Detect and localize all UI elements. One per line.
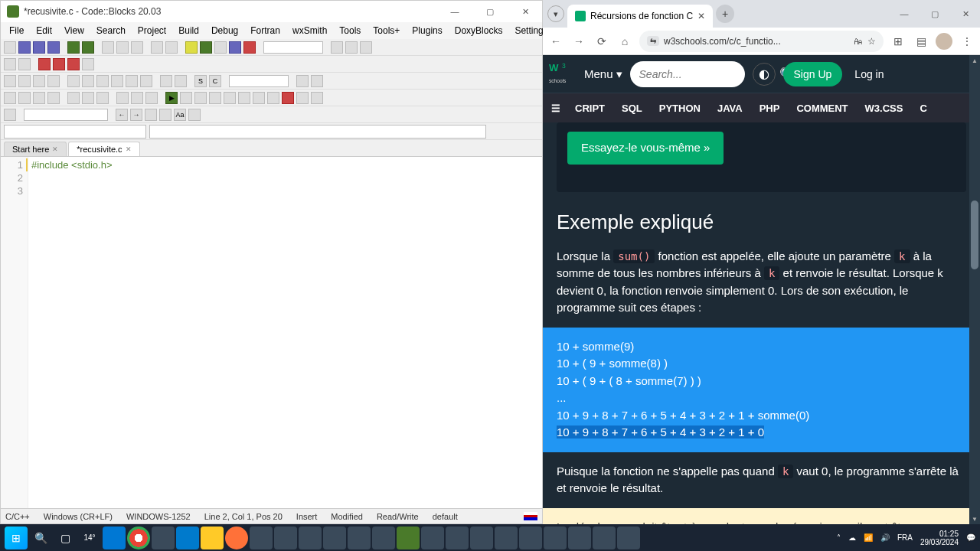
- taskbar-edge-icon[interactable]: [103, 527, 126, 549]
- tray-language-icon[interactable]: FRA: [897, 533, 913, 542]
- find-icon[interactable]: [151, 41, 163, 54]
- w3-search[interactable]: 🔍: [630, 61, 745, 87]
- break-icon[interactable]: [267, 92, 279, 104]
- tb5-next-icon[interactable]: →: [130, 109, 142, 121]
- nav-javascript[interactable]: CRIPT: [567, 95, 612, 122]
- nav-back-icon[interactable]: [4, 58, 16, 70]
- address-bar[interactable]: ⇆ w3schools.com/c/c_functio... 🗛 ☆: [639, 31, 884, 52]
- function-dropdown[interactable]: [149, 125, 486, 139]
- nav-c[interactable]: C: [912, 95, 934, 122]
- dbg-9-icon[interactable]: [131, 92, 143, 104]
- step-out-icon[interactable]: [224, 92, 236, 104]
- nav-php[interactable]: PHP: [752, 95, 788, 122]
- weather-widget[interactable]: 14°: [78, 527, 101, 549]
- step-into-icon[interactable]: [209, 92, 221, 104]
- dbg-3-icon[interactable]: [33, 92, 45, 104]
- menu-file[interactable]: File: [4, 24, 29, 37]
- wx-dropdown[interactable]: [229, 75, 289, 87]
- browser-menu-icon[interactable]: ⋮: [959, 33, 975, 50]
- taskbar-app-2[interactable]: [250, 527, 273, 549]
- menu-project[interactable]: Project: [132, 24, 172, 37]
- taskbar-app-1[interactable]: [152, 527, 175, 549]
- tb5-3-icon[interactable]: [145, 109, 157, 121]
- nav-burger-icon[interactable]: ☰: [546, 98, 566, 118]
- next-instr-icon[interactable]: [238, 92, 250, 104]
- nav-python[interactable]: PYTHON: [652, 95, 708, 122]
- minimize-button[interactable]: —: [444, 4, 466, 19]
- save-icon[interactable]: [33, 41, 45, 54]
- toolbar-extra-3[interactable]: [360, 41, 372, 54]
- align-left-icon[interactable]: [67, 75, 80, 87]
- nav-w3css[interactable]: W3.CSS: [858, 95, 911, 122]
- bookmark-icon[interactable]: ☆: [867, 36, 876, 47]
- dbg-10-icon[interactable]: [145, 92, 158, 104]
- taskbar-app-15[interactable]: [593, 527, 616, 549]
- try-yourself-button[interactable]: Essayez-le vous-même »: [567, 132, 724, 165]
- bookmark-toggle-icon[interactable]: [38, 58, 51, 70]
- tab-recusivite[interactable]: *recusivite.c ✕: [68, 142, 139, 156]
- toolbar-extra-1[interactable]: [331, 41, 343, 54]
- open-file-icon[interactable]: [18, 41, 31, 54]
- menu-tools[interactable]: Tools: [334, 24, 366, 37]
- menu-doxyblocks[interactable]: DoxyBlocks: [449, 24, 508, 37]
- frame-icon[interactable]: [18, 75, 31, 87]
- menu-search[interactable]: Search: [91, 24, 131, 37]
- system-tray[interactable]: ˄ ☁ 📶 🔊 FRA 01:25 29/03/2024 💬: [837, 530, 975, 546]
- notifications-icon[interactable]: 💬: [966, 533, 975, 542]
- scrollbar-thumb[interactable]: [971, 201, 978, 269]
- dbg-8-icon[interactable]: [116, 92, 129, 104]
- darkmode-toggle[interactable]: ◐: [753, 63, 776, 86]
- dbg-7-icon[interactable]: [96, 92, 109, 104]
- dbg-6-icon[interactable]: [82, 92, 94, 104]
- taskbar-app-9[interactable]: [446, 527, 469, 549]
- target-dropdown[interactable]: [263, 41, 323, 54]
- taskbar-chrome-icon[interactable]: [127, 527, 150, 549]
- page-scrollbar[interactable]: ▲ ▼: [969, 55, 980, 524]
- taskbar-app-12[interactable]: [519, 527, 542, 549]
- info-icon[interactable]: [311, 92, 323, 104]
- zoom-in-icon[interactable]: [160, 75, 172, 87]
- close-tab-icon[interactable]: ✕: [52, 145, 58, 153]
- align-top-icon[interactable]: [111, 75, 123, 87]
- close-tab-icon[interactable]: ✕: [697, 11, 705, 21]
- translate-icon[interactable]: 🗛: [854, 36, 863, 47]
- align-right-icon[interactable]: [96, 75, 109, 87]
- align-bottom-icon[interactable]: [126, 75, 138, 87]
- scroll-down-icon[interactable]: ▼: [969, 514, 980, 524]
- taskbar-app-8[interactable]: [421, 527, 444, 549]
- taskbar-app-14[interactable]: [568, 527, 591, 549]
- nav-comment[interactable]: COMMENT: [789, 95, 855, 122]
- bookmark-next-icon[interactable]: [67, 58, 80, 70]
- taskbar-app-13[interactable]: [544, 527, 567, 549]
- tab-search-button[interactable]: ▾: [547, 5, 564, 22]
- tray-onedrive-icon[interactable]: ☁: [848, 533, 856, 542]
- debug-windows-icon[interactable]: [296, 92, 309, 104]
- sizer-icon[interactable]: [47, 75, 60, 87]
- menu-plugins[interactable]: Plugins: [407, 24, 447, 37]
- menu-toolsplus[interactable]: Tools+: [368, 24, 405, 37]
- copy-icon[interactable]: [116, 41, 129, 54]
- signup-button[interactable]: Sign Up: [783, 62, 843, 86]
- task-view-button[interactable]: ▢: [54, 527, 77, 549]
- taskbar-codeblocks-icon[interactable]: [397, 527, 420, 549]
- nav-sql[interactable]: SQL: [614, 95, 650, 122]
- stop-debug-icon[interactable]: [282, 92, 294, 104]
- taskbar-app-4[interactable]: [299, 527, 322, 549]
- tray-wifi-icon[interactable]: 📶: [864, 533, 873, 542]
- w3schools-logo[interactable]: W3schools: [549, 60, 577, 88]
- menu-debug[interactable]: Debug: [206, 24, 243, 37]
- abort-icon[interactable]: [243, 41, 256, 54]
- taskbar-app-16[interactable]: [617, 527, 640, 549]
- tb5-dropdown[interactable]: [24, 109, 108, 121]
- cut-icon[interactable]: [102, 41, 114, 54]
- taskbar-vscode-icon[interactable]: [176, 527, 199, 549]
- close-tab-icon[interactable]: ✕: [126, 145, 132, 153]
- tb5-1-icon[interactable]: [4, 109, 16, 121]
- minimize-button[interactable]: —: [894, 6, 914, 21]
- select-icon[interactable]: [4, 75, 16, 87]
- taskbar-explorer-icon[interactable]: [201, 527, 224, 549]
- tb5-5-icon[interactable]: Aa: [174, 109, 186, 121]
- search-button[interactable]: 🔍: [29, 527, 52, 549]
- taskbar-app-10[interactable]: [470, 527, 493, 549]
- scroll-up-icon[interactable]: ▲: [969, 55, 980, 66]
